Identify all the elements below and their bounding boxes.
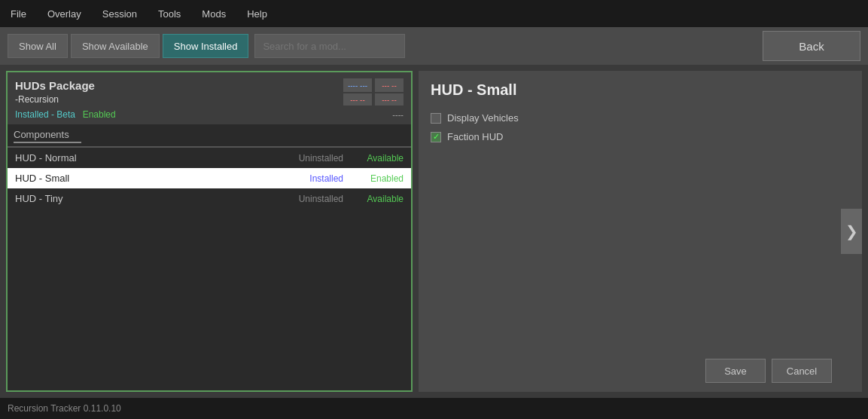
status-bar: Recursion Tracker 0.11.0.10	[0, 398, 868, 419]
component-row-hud---tiny[interactable]: HUD - TinyUninstalledAvailable	[8, 188, 411, 209]
toolbar: Show All Show Available Show Installed B…	[0, 27, 868, 65]
component-name: HUD - Small	[15, 173, 268, 184]
checkbox-display-vehicles[interactable]	[431, 113, 441, 124]
menu-session[interactable]: Session	[98, 5, 142, 23]
checkbox-row-display-vehicles: Display Vehicles	[431, 112, 850, 124]
status-enabled: Enabled	[83, 109, 116, 120]
package-title-text: HUDs Package	[15, 79, 95, 92]
component-name: HUD - Tiny	[15, 193, 268, 204]
menu-help[interactable]: Help	[242, 5, 272, 23]
search-input[interactable]	[254, 34, 405, 58]
checkbox-label-faction-hud: Faction HUD	[447, 131, 503, 142]
pkg-version-btn2[interactable]: --- --	[375, 78, 404, 92]
component-status: Uninstalled	[268, 194, 343, 204]
chevron-right-icon: ❯	[845, 222, 858, 240]
package-sub-buttons: --- -- --- --	[343, 93, 404, 106]
package-subtitle-text: -Recursion	[15, 94, 59, 105]
status-row: Installed - Beta Enabled ----	[15, 109, 404, 120]
component-row-hud---small[interactable]: HUD - SmallInstalledEnabled	[8, 168, 411, 188]
left-panel: HUDs Package ---- --- --- -- -Recursion …	[6, 71, 413, 392]
bottom-buttons: Save Cancel	[705, 359, 832, 383]
right-panel: HUD - Small Display VehiclesFaction HUD …	[419, 71, 862, 392]
pkg-sub-btn1[interactable]: --- --	[343, 93, 372, 106]
menu-file[interactable]: File	[6, 5, 31, 23]
pkg-version-btn1[interactable]: ---- ---	[343, 78, 372, 92]
save-button[interactable]: Save	[705, 359, 766, 383]
component-availability: Available	[343, 194, 404, 204]
menu-tools[interactable]: Tools	[154, 5, 185, 23]
components-area: Components HUD - NormalUninstalledAvaila…	[8, 124, 411, 390]
components-list[interactable]: HUD - NormalUninstalledAvailableHUD - Sm…	[8, 148, 411, 390]
back-button[interactable]: Back	[763, 31, 860, 61]
status-dashes: ----	[392, 110, 404, 119]
component-row-hud---normal[interactable]: HUD - NormalUninstalledAvailable	[8, 148, 411, 168]
right-panel-title: HUD - Small	[431, 81, 850, 99]
status-text: Recursion Tracker 0.11.0.10	[8, 403, 121, 414]
package-version-buttons: ---- --- --- --	[343, 78, 404, 92]
checkbox-label-display-vehicles: Display Vehicles	[447, 112, 519, 124]
show-all-button[interactable]: Show All	[8, 34, 68, 58]
checkbox-row-faction-hud: Faction HUD	[431, 131, 850, 142]
menu-overlay[interactable]: Overlay	[43, 5, 86, 23]
status-beta: Installed - Beta	[15, 109, 75, 120]
components-header: Components	[8, 124, 411, 148]
components-underline	[14, 142, 81, 143]
show-available-button[interactable]: Show Available	[71, 34, 160, 58]
component-status: Uninstalled	[268, 153, 343, 164]
show-installed-button[interactable]: Show Installed	[163, 34, 249, 58]
cancel-button[interactable]: Cancel	[772, 359, 832, 383]
component-status: Installed	[268, 173, 343, 184]
package-header: HUDs Package ---- --- --- -- -Recursion …	[8, 72, 411, 124]
component-availability: Available	[343, 153, 404, 164]
component-availability: Enabled	[343, 173, 404, 184]
checkbox-faction-hud[interactable]	[431, 132, 441, 142]
right-arrow-button[interactable]: ❯	[841, 209, 862, 254]
menu-mods[interactable]: Mods	[197, 5, 230, 23]
menu-bar: FileOverlaySessionToolsModsHelp	[0, 0, 868, 27]
component-name: HUD - Normal	[15, 152, 268, 164]
pkg-sub-btn2[interactable]: --- --	[375, 93, 404, 106]
main-content: HUDs Package ---- --- --- -- -Recursion …	[0, 65, 868, 398]
status-labels: Installed - Beta Enabled	[15, 109, 116, 120]
components-label: Components	[14, 129, 69, 140]
checkboxes-area: Display VehiclesFaction HUD	[431, 112, 850, 150]
